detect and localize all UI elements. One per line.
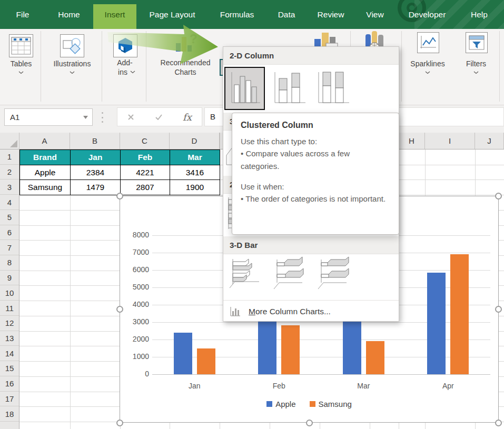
tooltip-bullet: • Compare values across a few categories… <box>241 147 390 172</box>
y-axis-tick-label: 8000 <box>120 231 149 239</box>
row-header-12[interactable]: 12 <box>0 316 19 331</box>
name-box[interactable]: A1 <box>4 108 93 126</box>
bar-apple-jan[interactable] <box>174 333 192 374</box>
row-header-2[interactable]: 2 <box>0 165 19 180</box>
formula-bar-resizer[interactable] <box>102 112 104 123</box>
chevron-down-icon[interactable] <box>473 71 479 74</box>
table-cell[interactable]: Samsung <box>20 180 71 195</box>
row-header-7[interactable]: 7 <box>0 240 19 255</box>
sparklines-button[interactable] <box>417 32 439 53</box>
chart-handle-middle-right[interactable] <box>495 306 502 313</box>
row-header-9[interactable]: 9 <box>0 271 19 286</box>
table-header-feb[interactable]: Feb <box>121 150 170 165</box>
chevron-down-icon[interactable] <box>83 116 88 119</box>
legend-item-samsung[interactable]: Samsung <box>310 400 352 408</box>
table-cell[interactable]: Apple <box>20 165 71 181</box>
chart-handle-bottom-left[interactable] <box>116 420 123 426</box>
row-header-13[interactable]: 13 <box>0 331 19 346</box>
select-all-corner[interactable] <box>0 133 19 149</box>
column-header-J[interactable]: J <box>475 133 504 149</box>
bar-samsung-jan[interactable] <box>197 348 215 374</box>
row-header-3[interactable]: 3 <box>0 179 19 195</box>
add-ins-button[interactable] <box>113 34 137 57</box>
table-cell[interactable]: 2384 <box>71 165 121 181</box>
more-column-charts-item[interactable]: More Column Charts... <box>223 302 399 321</box>
table-header-jan[interactable]: Jan <box>71 150 121 165</box>
column-header-H[interactable]: H <box>399 133 425 149</box>
row-header-11[interactable]: 11 <box>0 301 19 316</box>
tab-page-layout[interactable]: Page Layout <box>149 0 195 29</box>
bar-samsung-apr[interactable] <box>450 254 469 374</box>
menu-item-clustered-column[interactable] <box>224 67 265 110</box>
enter-check-icon[interactable] <box>155 114 163 120</box>
legend-swatch <box>310 401 315 407</box>
menu-item-3d-stacked-bar[interactable] <box>272 256 310 295</box>
chart-handle-top-right[interactable] <box>495 193 502 199</box>
tables-button[interactable] <box>9 34 33 57</box>
chart-handle-bottom-middle[interactable] <box>306 420 313 426</box>
row-header-15[interactable]: 15 <box>0 361 19 376</box>
chevron-down-icon[interactable] <box>130 71 135 74</box>
tab-developer[interactable]: Developer <box>409 0 446 29</box>
filters-button[interactable] <box>466 32 488 53</box>
row-header-6[interactable]: 6 <box>0 225 19 241</box>
table-cell[interactable]: 4221 <box>121 165 170 181</box>
column-header-C[interactable]: C <box>120 133 170 149</box>
menu-item-100-stacked-column[interactable] <box>314 69 353 109</box>
chevron-down-icon[interactable] <box>70 71 75 74</box>
group-divider <box>146 31 146 102</box>
clustered-column-icon <box>225 68 264 109</box>
add-ins-label-line1: Add- <box>117 58 133 67</box>
menu-item-3d-100-stacked-bar[interactable] <box>316 256 354 295</box>
table-cell[interactable]: 2807 <box>121 180 170 195</box>
row-header-14[interactable]: 14 <box>0 346 19 361</box>
tab-view[interactable]: View <box>366 0 383 29</box>
row-header-16[interactable]: 16 <box>0 376 19 392</box>
tab-data[interactable]: Data <box>278 0 295 29</box>
row-header-1[interactable]: 1 <box>0 149 19 165</box>
chart-handle-bottom-right[interactable] <box>495 420 502 426</box>
tab-help[interactable]: Help <box>471 0 488 29</box>
bar-samsung-mar[interactable] <box>366 341 384 374</box>
tab-home[interactable]: Home <box>58 0 80 29</box>
row-header-4[interactable]: 4 <box>0 195 19 210</box>
bar-apple-apr[interactable] <box>427 273 446 374</box>
table-cell[interactable]: 1479 <box>71 180 121 195</box>
legend-item-apple[interactable]: Apple <box>266 400 295 408</box>
column-header-A[interactable]: A <box>19 133 70 149</box>
chevron-down-icon[interactable] <box>18 71 24 74</box>
recommended-charts-button[interactable]: ? <box>174 32 200 57</box>
cancel-icon[interactable] <box>127 114 134 121</box>
chart-handle-middle-left[interactable] <box>116 306 123 313</box>
insert-function-icon[interactable]: fx <box>183 112 192 123</box>
tab-insert[interactable]: Insert <box>105 0 125 29</box>
chevron-down-icon[interactable] <box>425 71 430 74</box>
column-header-I[interactable]: I <box>425 133 475 149</box>
menu-item-3d-clustered-bar[interactable] <box>228 256 265 295</box>
tab-file[interactable]: File <box>16 0 29 29</box>
row-header-8[interactable]: 8 <box>0 255 19 271</box>
tab-formulas[interactable]: Formulas <box>220 0 254 29</box>
table-cell[interactable]: 1900 <box>170 180 220 195</box>
bar-samsung-feb[interactable] <box>281 325 300 374</box>
table-header-brand[interactable]: Brand <box>20 150 71 165</box>
row-header-17[interactable]: 17 <box>0 392 19 407</box>
recommended-charts-label-line2: Charts <box>174 68 196 76</box>
row-header-10[interactable]: 10 <box>0 285 19 301</box>
column-header-B[interactable]: B <box>70 133 120 149</box>
y-axis-tick-label: 6000 <box>120 265 149 274</box>
chart-handle-top-left[interactable] <box>116 193 123 199</box>
sparklines-label: Sparklines <box>410 59 444 68</box>
row-header-18[interactable]: 18 <box>0 406 19 422</box>
table-cell[interactable]: 3416 <box>170 165 220 181</box>
table-header-mar[interactable]: Mar <box>170 150 220 165</box>
row-header-5[interactable]: 5 <box>0 210 19 225</box>
bar-apple-mar[interactable] <box>343 315 361 374</box>
chart-legend[interactable]: AppleSamsung <box>120 400 498 408</box>
menu-item-stacked-column[interactable] <box>271 69 310 109</box>
illustrations-button[interactable] <box>60 34 84 57</box>
legend-swatch <box>266 401 272 407</box>
formula-content: B <box>210 112 215 121</box>
column-header-D[interactable]: D <box>170 133 220 149</box>
tab-review[interactable]: Review <box>318 0 344 29</box>
